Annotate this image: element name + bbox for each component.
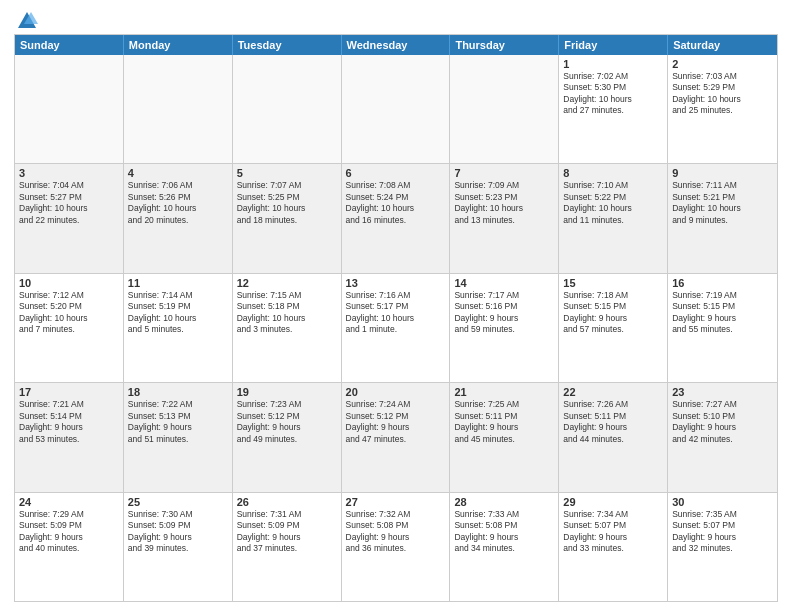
calendar-cell: 1Sunrise: 7:02 AM Sunset: 5:30 PM Daylig… xyxy=(559,55,668,163)
header-day-monday: Monday xyxy=(124,35,233,55)
day-number: 19 xyxy=(237,386,337,398)
header xyxy=(14,10,778,28)
day-number: 22 xyxy=(563,386,663,398)
day-number: 1 xyxy=(563,58,663,70)
day-info: Sunrise: 7:11 AM Sunset: 5:21 PM Dayligh… xyxy=(672,180,773,226)
calendar-cell: 8Sunrise: 7:10 AM Sunset: 5:22 PM Daylig… xyxy=(559,164,668,272)
logo xyxy=(14,10,38,28)
header-day-thursday: Thursday xyxy=(450,35,559,55)
day-number: 21 xyxy=(454,386,554,398)
day-info: Sunrise: 7:21 AM Sunset: 5:14 PM Dayligh… xyxy=(19,399,119,445)
calendar-cell: 28Sunrise: 7:33 AM Sunset: 5:08 PM Dayli… xyxy=(450,493,559,601)
calendar-cell: 12Sunrise: 7:15 AM Sunset: 5:18 PM Dayli… xyxy=(233,274,342,382)
day-number: 20 xyxy=(346,386,446,398)
day-info: Sunrise: 7:34 AM Sunset: 5:07 PM Dayligh… xyxy=(563,509,663,555)
day-number: 14 xyxy=(454,277,554,289)
day-info: Sunrise: 7:31 AM Sunset: 5:09 PM Dayligh… xyxy=(237,509,337,555)
day-info: Sunrise: 7:03 AM Sunset: 5:29 PM Dayligh… xyxy=(672,71,773,117)
calendar-cell: 20Sunrise: 7:24 AM Sunset: 5:12 PM Dayli… xyxy=(342,383,451,491)
day-number: 11 xyxy=(128,277,228,289)
calendar: SundayMondayTuesdayWednesdayThursdayFrid… xyxy=(14,34,778,602)
logo-icon xyxy=(16,10,38,32)
day-number: 24 xyxy=(19,496,119,508)
calendar-row-2: 10Sunrise: 7:12 AM Sunset: 5:20 PM Dayli… xyxy=(15,274,777,383)
day-info: Sunrise: 7:07 AM Sunset: 5:25 PM Dayligh… xyxy=(237,180,337,226)
day-number: 3 xyxy=(19,167,119,179)
day-number: 5 xyxy=(237,167,337,179)
calendar-header: SundayMondayTuesdayWednesdayThursdayFrid… xyxy=(15,35,777,55)
calendar-cell: 23Sunrise: 7:27 AM Sunset: 5:10 PM Dayli… xyxy=(668,383,777,491)
day-number: 30 xyxy=(672,496,773,508)
header-day-friday: Friday xyxy=(559,35,668,55)
day-info: Sunrise: 7:27 AM Sunset: 5:10 PM Dayligh… xyxy=(672,399,773,445)
calendar-cell: 5Sunrise: 7:07 AM Sunset: 5:25 PM Daylig… xyxy=(233,164,342,272)
day-info: Sunrise: 7:09 AM Sunset: 5:23 PM Dayligh… xyxy=(454,180,554,226)
calendar-cell: 13Sunrise: 7:16 AM Sunset: 5:17 PM Dayli… xyxy=(342,274,451,382)
calendar-cell xyxy=(15,55,124,163)
day-number: 18 xyxy=(128,386,228,398)
day-info: Sunrise: 7:33 AM Sunset: 5:08 PM Dayligh… xyxy=(454,509,554,555)
header-day-saturday: Saturday xyxy=(668,35,777,55)
day-info: Sunrise: 7:19 AM Sunset: 5:15 PM Dayligh… xyxy=(672,290,773,336)
day-number: 17 xyxy=(19,386,119,398)
page: SundayMondayTuesdayWednesdayThursdayFrid… xyxy=(0,0,792,612)
calendar-cell xyxy=(233,55,342,163)
calendar-cell: 30Sunrise: 7:35 AM Sunset: 5:07 PM Dayli… xyxy=(668,493,777,601)
calendar-cell: 17Sunrise: 7:21 AM Sunset: 5:14 PM Dayli… xyxy=(15,383,124,491)
header-day-tuesday: Tuesday xyxy=(233,35,342,55)
day-number: 27 xyxy=(346,496,446,508)
day-info: Sunrise: 7:12 AM Sunset: 5:20 PM Dayligh… xyxy=(19,290,119,336)
calendar-cell: 10Sunrise: 7:12 AM Sunset: 5:20 PM Dayli… xyxy=(15,274,124,382)
calendar-cell: 15Sunrise: 7:18 AM Sunset: 5:15 PM Dayli… xyxy=(559,274,668,382)
calendar-row-0: 1Sunrise: 7:02 AM Sunset: 5:30 PM Daylig… xyxy=(15,55,777,164)
calendar-cell: 4Sunrise: 7:06 AM Sunset: 5:26 PM Daylig… xyxy=(124,164,233,272)
calendar-cell xyxy=(450,55,559,163)
calendar-cell: 25Sunrise: 7:30 AM Sunset: 5:09 PM Dayli… xyxy=(124,493,233,601)
day-number: 26 xyxy=(237,496,337,508)
calendar-cell: 2Sunrise: 7:03 AM Sunset: 5:29 PM Daylig… xyxy=(668,55,777,163)
day-number: 28 xyxy=(454,496,554,508)
day-info: Sunrise: 7:32 AM Sunset: 5:08 PM Dayligh… xyxy=(346,509,446,555)
calendar-cell: 6Sunrise: 7:08 AM Sunset: 5:24 PM Daylig… xyxy=(342,164,451,272)
header-day-sunday: Sunday xyxy=(15,35,124,55)
day-info: Sunrise: 7:10 AM Sunset: 5:22 PM Dayligh… xyxy=(563,180,663,226)
day-number: 29 xyxy=(563,496,663,508)
day-number: 4 xyxy=(128,167,228,179)
day-info: Sunrise: 7:22 AM Sunset: 5:13 PM Dayligh… xyxy=(128,399,228,445)
day-number: 13 xyxy=(346,277,446,289)
day-info: Sunrise: 7:02 AM Sunset: 5:30 PM Dayligh… xyxy=(563,71,663,117)
calendar-cell: 9Sunrise: 7:11 AM Sunset: 5:21 PM Daylig… xyxy=(668,164,777,272)
day-info: Sunrise: 7:35 AM Sunset: 5:07 PM Dayligh… xyxy=(672,509,773,555)
day-info: Sunrise: 7:08 AM Sunset: 5:24 PM Dayligh… xyxy=(346,180,446,226)
day-number: 25 xyxy=(128,496,228,508)
header-day-wednesday: Wednesday xyxy=(342,35,451,55)
day-info: Sunrise: 7:14 AM Sunset: 5:19 PM Dayligh… xyxy=(128,290,228,336)
calendar-row-4: 24Sunrise: 7:29 AM Sunset: 5:09 PM Dayli… xyxy=(15,493,777,601)
day-info: Sunrise: 7:16 AM Sunset: 5:17 PM Dayligh… xyxy=(346,290,446,336)
day-info: Sunrise: 7:04 AM Sunset: 5:27 PM Dayligh… xyxy=(19,180,119,226)
day-number: 2 xyxy=(672,58,773,70)
calendar-cell: 11Sunrise: 7:14 AM Sunset: 5:19 PM Dayli… xyxy=(124,274,233,382)
day-info: Sunrise: 7:30 AM Sunset: 5:09 PM Dayligh… xyxy=(128,509,228,555)
day-number: 10 xyxy=(19,277,119,289)
calendar-cell: 27Sunrise: 7:32 AM Sunset: 5:08 PM Dayli… xyxy=(342,493,451,601)
calendar-cell: 18Sunrise: 7:22 AM Sunset: 5:13 PM Dayli… xyxy=(124,383,233,491)
day-info: Sunrise: 7:26 AM Sunset: 5:11 PM Dayligh… xyxy=(563,399,663,445)
day-number: 6 xyxy=(346,167,446,179)
day-info: Sunrise: 7:17 AM Sunset: 5:16 PM Dayligh… xyxy=(454,290,554,336)
calendar-cell: 22Sunrise: 7:26 AM Sunset: 5:11 PM Dayli… xyxy=(559,383,668,491)
calendar-body: 1Sunrise: 7:02 AM Sunset: 5:30 PM Daylig… xyxy=(15,55,777,601)
day-number: 8 xyxy=(563,167,663,179)
calendar-cell: 21Sunrise: 7:25 AM Sunset: 5:11 PM Dayli… xyxy=(450,383,559,491)
calendar-row-1: 3Sunrise: 7:04 AM Sunset: 5:27 PM Daylig… xyxy=(15,164,777,273)
calendar-cell: 3Sunrise: 7:04 AM Sunset: 5:27 PM Daylig… xyxy=(15,164,124,272)
day-info: Sunrise: 7:06 AM Sunset: 5:26 PM Dayligh… xyxy=(128,180,228,226)
day-info: Sunrise: 7:18 AM Sunset: 5:15 PM Dayligh… xyxy=(563,290,663,336)
calendar-cell: 16Sunrise: 7:19 AM Sunset: 5:15 PM Dayli… xyxy=(668,274,777,382)
calendar-cell xyxy=(124,55,233,163)
calendar-cell: 26Sunrise: 7:31 AM Sunset: 5:09 PM Dayli… xyxy=(233,493,342,601)
day-info: Sunrise: 7:25 AM Sunset: 5:11 PM Dayligh… xyxy=(454,399,554,445)
day-number: 9 xyxy=(672,167,773,179)
day-info: Sunrise: 7:15 AM Sunset: 5:18 PM Dayligh… xyxy=(237,290,337,336)
day-info: Sunrise: 7:29 AM Sunset: 5:09 PM Dayligh… xyxy=(19,509,119,555)
